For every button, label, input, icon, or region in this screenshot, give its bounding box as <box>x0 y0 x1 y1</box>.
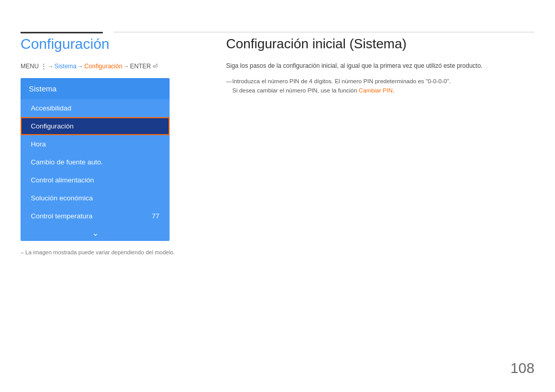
sidebar-item-label: Cambio de fuente auto. <box>31 158 103 166</box>
sidebar-item-label: Configuración <box>31 122 73 130</box>
note-link: Cambiar PIN <box>359 87 393 94</box>
note-line2-suffix: . <box>393 87 394 94</box>
menu-footer: ⌄ <box>21 225 170 241</box>
note-line1: Introduzca el número PIN de 4 dígitos. E… <box>232 78 451 84</box>
content-description: Siga los pasos de la configuración inici… <box>226 61 534 70</box>
left-panel: Configuración MENU ⋮ → Sistema → Configu… <box>21 36 206 255</box>
sidebar-item-configuracion[interactable]: Configuración <box>21 117 170 135</box>
top-border-left <box>21 32 103 33</box>
right-panel: Configuración inicial (Sistema) Siga los… <box>226 36 534 96</box>
content-title: Configuración inicial (Sistema) <box>226 36 534 52</box>
sidebar-item-hora[interactable]: Hora <box>21 135 170 153</box>
sidebar-item-label: Control temperatura <box>31 212 92 220</box>
note-line2-prefix: Si desea cambiar el número PIN, use la f… <box>232 87 359 94</box>
breadcrumb-arrow3: → <box>123 63 129 69</box>
breadcrumb-menu: MENU ⋮ <box>21 63 47 70</box>
menu-container: Sistema Accesibilidad Configuración Hora… <box>21 78 170 241</box>
bottom-note: – La imagen mostrada puede variar depend… <box>21 249 206 255</box>
content-note: Introduzca el número PIN de 4 dígitos. E… <box>226 77 534 96</box>
menu-header: Sistema <box>21 78 170 99</box>
sidebar-item-label: Hora <box>31 140 46 148</box>
breadcrumb: MENU ⋮ → Sistema → Configuración → ENTER… <box>21 63 206 70</box>
breadcrumb-arrow2: → <box>78 63 83 69</box>
sidebar-item-cambio-fuente[interactable]: Cambio de fuente auto. <box>21 153 170 171</box>
temperatura-value: 77 <box>152 212 159 220</box>
breadcrumb-sistema: Sistema <box>54 63 77 70</box>
top-border-right <box>113 32 534 32</box>
sidebar-item-label: Control alimentación <box>31 176 94 184</box>
breadcrumb-configuracion: Configuración <box>84 63 122 70</box>
sidebar-item-control-temperatura[interactable]: Control temperatura 77 <box>21 207 170 225</box>
sidebar-item-label: Solución económica <box>31 194 93 202</box>
page-number: 108 <box>510 360 534 377</box>
sidebar-item-control-alimentacion[interactable]: Control alimentación <box>21 171 170 189</box>
sidebar-item-solucion-economica[interactable]: Solución económica <box>21 189 170 207</box>
breadcrumb-arrow1: → <box>48 63 53 69</box>
chevron-down-icon: ⌄ <box>92 228 99 238</box>
sidebar-item-label: Accesibilidad <box>31 104 71 112</box>
breadcrumb-enter: ENTER ⏎ <box>130 63 158 70</box>
page-title: Configuración <box>21 36 206 52</box>
sidebar-item-accesibilidad[interactable]: Accesibilidad <box>21 99 170 117</box>
